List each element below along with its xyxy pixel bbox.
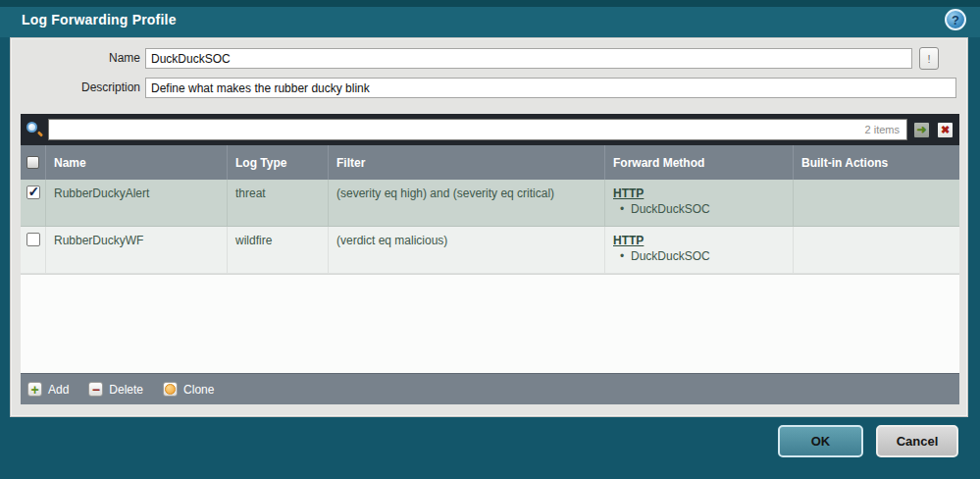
forward-method-item: •DuckDuckSOC <box>613 202 789 216</box>
cell-filter: (severity eq high) and (severity eq crit… <box>328 180 604 226</box>
table-empty-area <box>21 274 959 373</box>
clone-button[interactable]: Clone <box>163 382 214 397</box>
cancel-button[interactable]: Cancel <box>876 425 958 457</box>
cell-forward-method: HTTP •DuckDuckSOC <box>604 180 793 226</box>
bullet-icon: • <box>613 202 631 216</box>
table-header: Name Log Type Filter Forward Method Buil… <box>21 145 959 180</box>
ok-button[interactable]: OK <box>778 425 863 457</box>
description-label: Description <box>13 80 140 94</box>
items-count: 2 items <box>865 124 906 135</box>
apply-filter-button[interactable]: ➜ <box>912 121 931 139</box>
search-input[interactable] <box>49 120 865 139</box>
forward-method-item: •DuckDuckSOC <box>613 249 789 263</box>
dialog-title: Log Forwarding Profile <box>22 12 177 27</box>
cell-forward-method: HTTP •DuckDuckSOC <box>604 227 793 273</box>
cell-filter: (verdict eq malicious) <box>328 227 604 273</box>
window-top-strip <box>0 0 980 7</box>
column-header-name[interactable]: Name <box>45 145 227 180</box>
add-icon: + <box>27 382 42 397</box>
cell-log-type: threat <box>227 180 328 226</box>
bullet-icon: • <box>613 249 631 263</box>
cell-name: RubberDuckyWF <box>45 227 227 273</box>
column-header-built-in-actions[interactable]: Built-in Actions <box>793 145 959 180</box>
clear-filter-button[interactable]: ✖ <box>936 121 954 139</box>
table-toolbar: + Add − Delete Clone <box>21 373 959 404</box>
column-header-log-type[interactable]: Log Type <box>227 145 328 180</box>
field-hint-icon[interactable]: ! <box>919 47 939 70</box>
search-icon <box>26 121 43 138</box>
dialog-titlebar: Log Forwarding Profile ? <box>0 7 980 37</box>
cell-log-type: wildfire <box>227 227 328 273</box>
cell-built-in-actions <box>793 227 959 273</box>
help-icon[interactable]: ? <box>945 9 966 30</box>
log-forwarding-profile-dialog: Log Forwarding Profile ? Name ! Descript… <box>0 0 980 479</box>
table-row[interactable]: RubberDuckyWF wildfire (verdict eq malic… <box>21 227 959 274</box>
name-input[interactable] <box>145 48 912 69</box>
description-input[interactable] <box>145 78 956 98</box>
search-box: 2 items <box>48 119 907 140</box>
row-checkbox[interactable] <box>26 233 40 246</box>
delete-button[interactable]: − Delete <box>88 382 143 397</box>
select-all-checkbox[interactable] <box>26 156 39 169</box>
row-checkbox[interactable] <box>26 186 40 199</box>
clone-icon <box>163 382 178 397</box>
delete-icon: − <box>88 382 103 397</box>
column-header-filter[interactable]: Filter <box>328 145 604 180</box>
column-header-forward-method[interactable]: Forward Method <box>604 145 793 180</box>
name-label: Name <box>13 51 140 65</box>
dialog-body: Name ! Description 2 items ➜ ✖ <box>10 37 968 417</box>
cell-built-in-actions <box>793 180 959 226</box>
select-all-checkbox-cell[interactable] <box>21 145 45 180</box>
http-profile-link[interactable]: HTTP <box>613 186 644 200</box>
filter-bar: 2 items ➜ ✖ <box>21 114 959 145</box>
table-row[interactable]: RubberDuckyAlert threat (severity eq hig… <box>21 180 959 227</box>
cell-name: RubberDuckyAlert <box>45 180 227 226</box>
match-list-table: 2 items ➜ ✖ Name Log Type Filter Forward… <box>21 114 959 404</box>
add-button[interactable]: + Add <box>27 382 69 397</box>
http-profile-link[interactable]: HTTP <box>613 234 644 247</box>
